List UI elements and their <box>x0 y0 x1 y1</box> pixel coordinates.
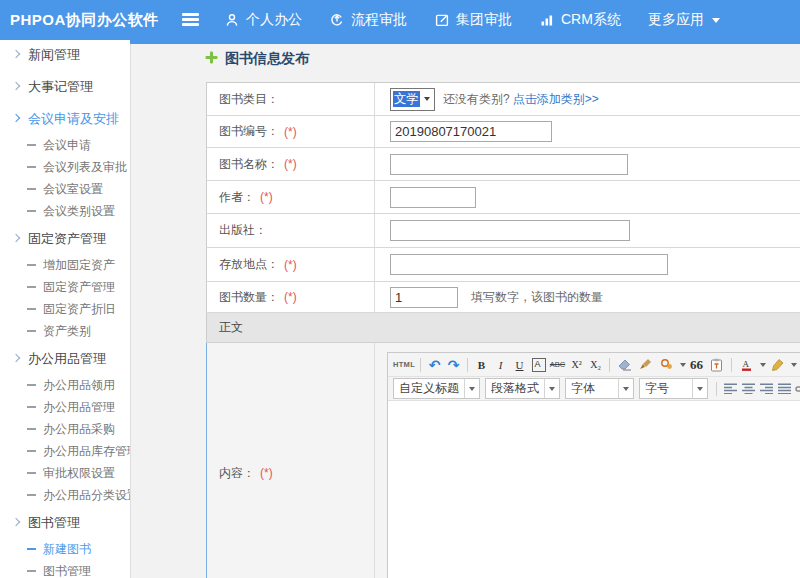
sidebar-item-supplies-category-settings[interactable]: 办公用品分类设置 <box>0 484 130 506</box>
paragraph-format-select[interactable]: 段落格式 <box>485 378 560 399</box>
add-category-link[interactable]: 点击添加类别>> <box>513 91 599 108</box>
rich-text-editor: HTML ↶ ↷ B I U A ABC X² X₂ <box>387 352 800 578</box>
toolbar-separator <box>467 358 468 372</box>
align-justify-icon[interactable] <box>776 380 792 397</box>
sidebar-item-meeting-room-settings[interactable]: 会议室设置 <box>0 178 130 200</box>
toolbar-separator <box>716 382 717 396</box>
caret-down-icon[interactable] <box>760 363 766 367</box>
underline-button[interactable]: U <box>511 356 528 373</box>
form-row-quantity: 图书数量：(*) 填写数字，该图书的数量 <box>206 282 800 313</box>
book-name-input[interactable] <box>390 154 628 175</box>
autotypeset-button[interactable]: A <box>532 358 546 372</box>
sidebar-item-book-manage[interactable]: 图书管理 <box>0 560 130 578</box>
app-logo: PHPOA协同办公软件 <box>10 0 159 40</box>
caret-down-icon <box>469 387 475 391</box>
edit-icon <box>434 12 450 28</box>
chevron-right-icon <box>12 354 20 362</box>
chevron-right-icon <box>12 82 20 90</box>
publisher-input[interactable] <box>390 220 630 241</box>
bold-button[interactable]: B <box>473 356 490 373</box>
sidebar-item-meeting-management[interactable]: 会议申请及安排 <box>0 104 130 134</box>
editor-content-area[interactable] <box>388 400 800 578</box>
link-icon[interactable] <box>795 380 800 397</box>
sidebar-item-supplies-purchase[interactable]: 办公用品采购 <box>0 418 130 440</box>
sidebar-item-meeting-apply[interactable]: 会议申请 <box>0 134 130 156</box>
subscript-button[interactable]: X₂ <box>587 356 604 373</box>
font-family-select[interactable]: 字体 <box>565 378 634 399</box>
chevron-right-icon <box>12 234 20 242</box>
hamburger-menu-icon[interactable] <box>182 13 199 26</box>
quantity-input[interactable] <box>390 287 458 308</box>
sidebar-item-book-management[interactable]: 图书管理 <box>0 508 130 538</box>
sidebar-item-fixed-asset-depreciation[interactable]: 固定资产折旧 <box>0 298 130 320</box>
highlight-color-icon[interactable] <box>657 356 676 373</box>
chevron-right-icon <box>12 114 20 122</box>
svg-text:A: A <box>743 359 750 369</box>
eraser-icon[interactable] <box>615 356 634 373</box>
mark-pen-icon[interactable] <box>768 356 787 373</box>
caret-down-icon[interactable] <box>680 363 686 367</box>
required-marker: (*) <box>284 258 297 272</box>
sidebar-item-fixed-asset-manage[interactable]: 固定资产管理 <box>0 276 130 298</box>
nav-workflow-approval[interactable]: 流程审批 <box>329 11 407 29</box>
sidebar-item-asset-category[interactable]: 资产类别 <box>0 320 130 342</box>
sidebar-item-fixed-asset-management[interactable]: 固定资产管理 <box>0 224 130 254</box>
undo-icon[interactable]: ↶ <box>426 356 443 373</box>
paste-text-icon[interactable] <box>707 356 726 373</box>
sidebar-item-office-supplies-management[interactable]: 办公用品管理 <box>0 344 130 374</box>
required-marker: (*) <box>284 157 297 171</box>
caret-down-icon[interactable] <box>791 363 797 367</box>
form-row-location: 存放地点：(*) <box>206 248 800 282</box>
chevron-right-icon <box>12 50 20 58</box>
superscript-button[interactable]: X² <box>568 356 585 373</box>
plus-icon <box>205 50 218 68</box>
sidebar-item-memorabilia-management[interactable]: 大事记管理 <box>0 72 130 102</box>
dash-icon <box>27 494 36 495</box>
align-right-icon[interactable] <box>758 380 774 397</box>
sidebar-item-news-management[interactable]: 新闻管理 <box>0 40 130 70</box>
sidebar-item-supplies-claim[interactable]: 办公用品领用 <box>0 374 130 396</box>
format-brush-icon[interactable] <box>636 356 655 373</box>
body-section-header: 正文 <box>206 313 800 343</box>
dash-icon <box>27 188 36 189</box>
field-label: 出版社： <box>207 214 375 247</box>
sidebar-item-meeting-category-settings[interactable]: 会议类别设置 <box>0 200 130 222</box>
category-select[interactable]: 文学 <box>390 88 435 111</box>
editor-toolbar-row1: HTML ↶ ↷ B I U A ABC X² X₂ <box>388 353 800 377</box>
chart-icon <box>539 12 555 28</box>
italic-button[interactable]: I <box>492 356 509 373</box>
blockquote-button[interactable]: 66 <box>688 356 705 373</box>
sidebar-item-add-fixed-asset[interactable]: 增加固定资产 <box>0 254 130 276</box>
strikethrough-button[interactable]: ABC <box>549 356 566 373</box>
required-marker: (*) <box>284 290 297 304</box>
sidebar-item-supplies-manage[interactable]: 办公用品管理 <box>0 396 130 418</box>
nav-crm-system[interactable]: CRM系统 <box>539 11 621 29</box>
required-marker: (*) <box>284 125 297 139</box>
category-note: 还没有类别? <box>443 91 510 108</box>
nav-more-apps[interactable]: 更多应用 <box>648 11 720 29</box>
align-center-icon[interactable] <box>740 380 756 397</box>
heading-select[interactable]: 自定义标题 <box>393 378 480 399</box>
book-no-input[interactable] <box>390 121 552 142</box>
location-input[interactable] <box>390 254 668 275</box>
nav-group-approval[interactable]: 集团审批 <box>434 11 512 29</box>
sidebar-item-supplies-inventory[interactable]: 办公用品库存管理 <box>0 440 130 462</box>
sidebar-item-meeting-list-approval[interactable]: 会议列表及审批 <box>0 156 130 178</box>
field-label: 图书数量：(*) <box>207 282 375 312</box>
dash-icon <box>27 570 36 571</box>
nav-personal-office[interactable]: 个人办公 <box>224 11 302 29</box>
sidebar-item-approval-permission-settings[interactable]: 审批权限设置 <box>0 462 130 484</box>
html-source-button[interactable]: HTML <box>393 356 415 373</box>
form-row-book-no: 图书编号：(*) <box>206 116 800 148</box>
font-color-icon[interactable]: A <box>737 356 756 373</box>
dash-icon <box>27 384 36 385</box>
required-marker: (*) <box>260 190 273 204</box>
dash-icon <box>27 210 36 211</box>
sidebar-item-new-book[interactable]: 新建图书 <box>0 538 130 560</box>
font-size-select[interactable]: 字号 <box>639 378 708 399</box>
dash-icon <box>27 406 36 407</box>
redo-icon[interactable]: ↷ <box>445 356 462 373</box>
author-input[interactable] <box>390 187 476 208</box>
required-marker: (*) <box>260 466 273 480</box>
align-left-icon[interactable] <box>722 380 738 397</box>
